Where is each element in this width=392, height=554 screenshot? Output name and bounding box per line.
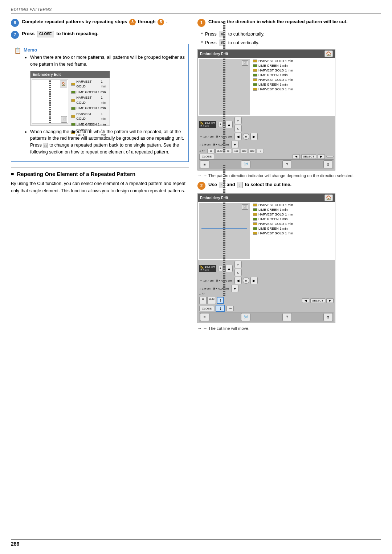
- corner-bl-1[interactable]: L: [234, 125, 242, 132]
- func-btn-1c[interactable]: ⊞: [225, 149, 232, 153]
- toolbar-home-2[interactable]: ≡: [200, 313, 209, 321]
- image-icon-small[interactable]: 🖼: [61, 116, 67, 123]
- select-btn-2[interactable]: SELECT: [310, 298, 325, 303]
- close-button-inline[interactable]: CLOSE: [37, 31, 54, 37]
- coord-w-val-1: 16.7 cm: [203, 135, 213, 138]
- up-cut-btn[interactable]: ↑: [217, 297, 224, 304]
- func-btn-1e[interactable]: ⊞⊟: [241, 149, 248, 153]
- thread-row-6: LIME GREEN 1 min: [71, 122, 108, 127]
- nav-left-2[interactable]: ◀: [234, 277, 242, 284]
- embroidery-screen-small: Embroidery Edit: [30, 71, 110, 126]
- arrow-note-2: → → The cut line will move.: [197, 326, 381, 331]
- func-btn-1g[interactable]: ↓: [257, 149, 264, 153]
- step-6-main-text: Complete repeated patterns by repeating …: [22, 19, 127, 24]
- nav-left-1[interactable]: ◀: [234, 133, 242, 140]
- down-arrow-button[interactable]: ↓: [237, 182, 243, 188]
- pencil-btn-2[interactable]: ✏: [226, 306, 234, 311]
- toolbar-home-1[interactable]: ≡: [200, 160, 209, 168]
- func-btn-1a[interactable]: ⊞: [207, 149, 215, 153]
- ctrl-size-row-2: 📐 16.6 cm 2.9 cm + ▲ ⌐ L: [199, 261, 334, 276]
- thread-row-4: LIME GREEN 1 min: [71, 106, 108, 111]
- repeat-unit-button-inline[interactable]: □: [43, 143, 48, 148]
- lr2-time-1: 1 min: [285, 203, 293, 207]
- nav-right-2[interactable]: ▶: [250, 277, 258, 284]
- down-cut-btn[interactable]: ↓: [216, 305, 225, 312]
- size-display-1: 📐 16.6 cm 2.9 cm: [199, 121, 216, 128]
- nav-center-2[interactable]: ●: [243, 277, 249, 284]
- corner-nav-2: ⌐ L: [234, 261, 242, 276]
- corner-ul-2[interactable]: ⌐: [234, 261, 242, 268]
- fwd-btn-1[interactable]: ▶: [318, 154, 325, 159]
- lr2-label-6: LIME GREEN: [258, 227, 279, 230]
- func-btn-2a[interactable]: ⊞: [199, 297, 207, 304]
- lr2-thread-4: LIME GREEN 1 min: [253, 217, 333, 221]
- thread-time-3: 1 min: [101, 95, 108, 105]
- through-text: through: [138, 19, 157, 24]
- nav-right-1[interactable]: ▶: [250, 133, 258, 140]
- lr2-label-7: HARVEST GOLD: [258, 231, 284, 235]
- thread-time-2: 1 min: [98, 90, 106, 95]
- select-btn-1[interactable]: SELECT: [301, 154, 316, 159]
- thread-label-4: LIME GREEN: [77, 106, 97, 111]
- nav-center-1[interactable]: ●: [243, 133, 249, 140]
- step-1-text: Choose the direction in which the repeat…: [208, 19, 348, 25]
- toolbar-needle-1[interactable]: 🪡: [241, 160, 250, 168]
- lr-thread-5: HARVEST GOLD 1 min: [253, 78, 333, 82]
- corner-ul-1[interactable]: ⌐: [234, 117, 242, 124]
- nav-down-2[interactable]: ▼: [231, 285, 238, 292]
- lr-label-4: LIME GREEN: [258, 73, 279, 77]
- step-2-text: Use ↑ and ↓ to select the cut line.: [208, 181, 291, 188]
- home-icon-small[interactable]: 🏠: [60, 81, 67, 87]
- lr-swatch-5: [253, 78, 257, 81]
- swatch-gold-3: [71, 99, 75, 102]
- lr-time-1: 1 min: [285, 59, 293, 63]
- section-heading-text: Repeating One Element of a Repeated Patt…: [17, 171, 135, 177]
- coord-h-val-1: 2.9 cm: [202, 143, 211, 146]
- close-btn-ctrl-1[interactable]: CLOSE: [199, 154, 214, 159]
- arrow-char-1: →: [197, 173, 202, 178]
- view-icon-2[interactable]: 🖼: [242, 204, 248, 210]
- memo-title: Memo: [24, 47, 185, 53]
- step-7-press: Press: [22, 31, 34, 36]
- fwd-btn-2[interactable]: ▶: [326, 298, 334, 303]
- star-1: *: [201, 30, 203, 38]
- ctrl-coord-row-2: ↕ 2.9 cm ⊞+ 0.00 cm ▼: [199, 141, 334, 148]
- view-icon-1[interactable]: 🖼: [242, 60, 248, 66]
- lr-swatch-3: [253, 69, 257, 72]
- func-btn-2b[interactable]: ⊟□⊟: [207, 297, 216, 304]
- ctrl-plus-1[interactable]: +: [218, 122, 223, 127]
- func-btn-1d[interactable]: □⊟: [233, 149, 240, 153]
- coord-w-label-2: ↔: [199, 279, 202, 282]
- back-btn-2[interactable]: ◀: [302, 298, 309, 303]
- memo-text-1: When there are two or more patterns, all…: [30, 55, 185, 67]
- coord-dh-label-1: ⊞+: [213, 143, 217, 146]
- star-2: *: [201, 39, 203, 46]
- nav-up-2[interactable]: ▲: [225, 265, 233, 272]
- lr2-time-4: 1 min: [280, 217, 288, 221]
- ctrl-plus-2[interactable]: +: [218, 266, 223, 271]
- toolbar-settings-2[interactable]: ⚙: [323, 313, 333, 321]
- toolbar-settings-1[interactable]: ⚙: [323, 160, 333, 168]
- step-2-number: 2: [200, 183, 203, 188]
- lr2-label-5: HARVEST GOLD: [258, 222, 284, 226]
- toolbar-help-2[interactable]: ?: [282, 313, 292, 321]
- thread-row-1: HARVEST GOLD 1 min: [71, 79, 108, 89]
- toolbar-needle-2[interactable]: 🪡: [241, 313, 250, 321]
- home-btn-top-2[interactable]: 🏠: [324, 194, 333, 201]
- nav-down-1[interactable]: ▼: [231, 141, 238, 148]
- func-btn-1b[interactable]: ⊟□⊟: [215, 149, 224, 153]
- empty-btn-1[interactable]: [326, 156, 334, 157]
- arrow-note-text-1: → The pattern direction indicator will c…: [203, 173, 354, 178]
- close-btn-ctrl-2[interactable]: CLOSE: [199, 306, 214, 311]
- home-btn-top-1[interactable]: 🏠: [324, 50, 333, 57]
- lr2-thread-5: HARVEST GOLD 1 min: [253, 222, 333, 226]
- back-btn-1[interactable]: ◀: [293, 154, 300, 159]
- lr-thread-1: HARVEST GOLD 1 min: [253, 59, 333, 63]
- nav-up-1[interactable]: ▲: [225, 121, 233, 128]
- step-3-inline-circle: 3: [129, 19, 136, 25]
- func-btn-1f[interactable]: ⊞⊟: [249, 149, 256, 153]
- coord-h-val-2: 2.9 cm: [202, 287, 211, 290]
- emb-controls-1: 📐 16.6 cm 2.9 cm + ▲ ⌐ L: [198, 116, 335, 170]
- toolbar-help-1[interactable]: ?: [282, 160, 292, 168]
- corner-bl-2[interactable]: L: [234, 269, 242, 276]
